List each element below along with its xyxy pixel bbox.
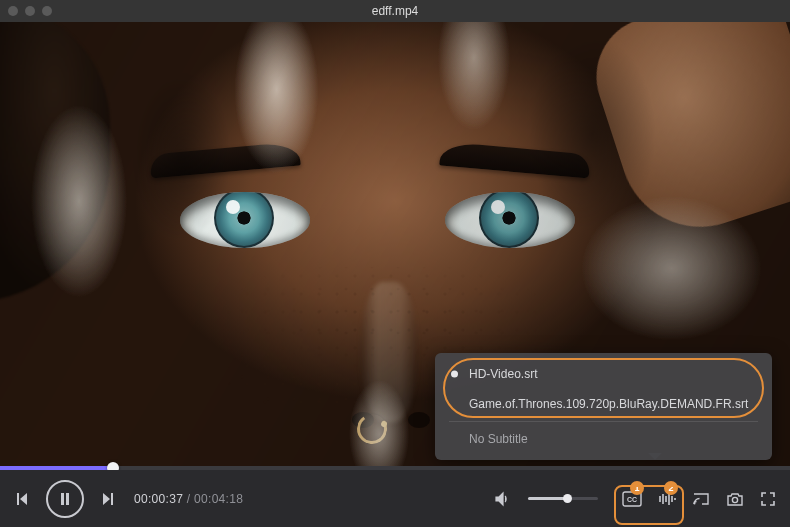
maximize-window-button[interactable]	[42, 6, 52, 16]
subtitle-menu[interactable]: HD-Video.srt Game.of.Thrones.109.720p.Bl…	[435, 353, 772, 460]
svg-point-3	[732, 497, 737, 502]
video-viewport[interactable]: HD-Video.srt Game.of.Thrones.109.720p.Bl…	[0, 22, 790, 470]
menu-divider	[449, 421, 758, 422]
next-button[interactable]	[100, 491, 116, 507]
control-bar: 00:00:37 / 00:04:18 1 2 CC	[0, 470, 790, 527]
skip-back-icon	[14, 491, 30, 507]
previous-button[interactable]	[14, 491, 30, 507]
minimize-window-button[interactable]	[25, 6, 35, 16]
subtitle-option-none[interactable]: No Subtitle	[435, 424, 772, 454]
svg-point-2	[694, 502, 696, 504]
play-pause-button[interactable]	[46, 480, 84, 518]
cast-icon	[692, 491, 710, 507]
window-controls	[8, 6, 52, 16]
skip-forward-icon	[100, 491, 116, 507]
subtitle-option-label: HD-Video.srt	[469, 367, 537, 381]
svg-text:CC: CC	[627, 496, 637, 503]
close-window-button[interactable]	[8, 6, 18, 16]
current-time: 00:00:37	[134, 492, 183, 506]
subtitle-option-label: Game.of.Thrones.109.720p.BluRay.DEMAND.F…	[469, 397, 748, 411]
subtitle-option[interactable]: HD-Video.srt	[435, 359, 772, 389]
total-time: 00:04:18	[194, 492, 243, 506]
volume-slider[interactable]	[528, 497, 598, 500]
fullscreen-icon	[760, 491, 776, 507]
cast-button[interactable]	[692, 491, 710, 507]
annotation-badge: 2	[664, 481, 678, 495]
subtitle-option-label: No Subtitle	[469, 432, 528, 446]
snapshot-button[interactable]	[726, 491, 744, 507]
subtitle-option[interactable]: Game.of.Thrones.109.720p.BluRay.DEMAND.F…	[435, 389, 772, 419]
fullscreen-button[interactable]	[760, 491, 776, 507]
window-title: edff.mp4	[0, 4, 790, 18]
camera-icon	[726, 491, 744, 507]
annotation-badge: 1	[630, 481, 644, 495]
time-display: 00:00:37 / 00:04:18	[134, 492, 243, 506]
pause-icon	[58, 492, 72, 506]
volume-icon	[494, 491, 510, 507]
volume-thumb[interactable]	[563, 494, 572, 503]
titlebar: edff.mp4	[0, 0, 790, 22]
volume-button[interactable]	[494, 491, 510, 507]
